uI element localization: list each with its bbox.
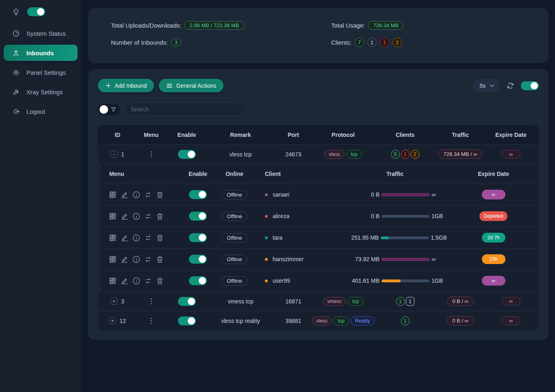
expire-badge: ∞ — [501, 150, 520, 158]
traffic-used: 401.61 MB — [344, 277, 379, 284]
client-count-badge: 1 — [401, 150, 410, 159]
expand-row-button[interactable]: + — [109, 317, 116, 324]
qr-code-icon[interactable] — [108, 277, 117, 285]
client-color-dot — [265, 193, 268, 196]
sidebar-item-panel-settings[interactable]: Panel Settings — [0, 64, 81, 80]
qr-code-icon[interactable] — [108, 255, 117, 264]
traffic-badge: 0 B / ∞ — [447, 297, 474, 306]
reset-traffic-icon[interactable] — [144, 191, 152, 199]
add-inbound-button[interactable]: Add Inbound — [98, 79, 154, 92]
dark-theme-toggle[interactable] — [27, 7, 45, 16]
info-icon[interactable] — [132, 234, 141, 242]
inbound-remark: vmess tcp — [208, 298, 273, 305]
reset-traffic-icon[interactable] — [144, 255, 152, 264]
expire-badge: ∞ — [482, 190, 505, 199]
client-name: user99 — [273, 277, 290, 284]
inbound-remark: vless tcp reality — [208, 318, 273, 324]
sidebar-item-logout[interactable]: Logout — [0, 103, 81, 119]
depleted-filter-toggle[interactable] — [98, 104, 120, 115]
traffic-badge: 726.34 MB / ∞ — [438, 149, 483, 159]
traffic-used: 73.92 MB — [344, 256, 379, 262]
edit-icon[interactable] — [120, 212, 129, 221]
online-status-badge: Offline — [221, 233, 247, 243]
sidebar-item-inbounds[interactable]: Inbounds — [4, 45, 78, 61]
sidebar-item-label: Xray Settings — [26, 89, 63, 95]
trash-icon[interactable] — [156, 277, 164, 285]
trash-icon[interactable] — [156, 255, 164, 264]
trash-icon[interactable] — [156, 234, 164, 242]
sidebar-item-label: Logout — [26, 108, 45, 115]
collapse-row-button[interactable]: - — [111, 151, 117, 158]
trash-icon[interactable] — [156, 212, 164, 221]
info-icon[interactable] — [132, 277, 141, 285]
client-color-dot — [265, 236, 268, 239]
expire-badge: 2d 7h — [482, 233, 505, 243]
general-actions-button[interactable]: General Actions — [159, 79, 223, 92]
sidebar-item-label: System Status — [26, 30, 66, 37]
inbound-id: 12 — [119, 318, 126, 324]
traffic-bar — [382, 215, 429, 218]
row-menu-button[interactable]: ⋮ — [148, 316, 155, 325]
wrench-icon — [12, 88, 20, 96]
sidebar-item-xray-settings[interactable]: Xray Settings — [0, 84, 81, 100]
trash-icon[interactable] — [156, 191, 164, 199]
inbounds-panel: Add Inbound General Actions 5s — [88, 69, 548, 340]
col-port: Port — [273, 132, 314, 138]
reset-traffic-icon[interactable] — [144, 212, 152, 221]
client-enable-toggle[interactable] — [189, 255, 207, 264]
col-expire: Expire Date — [483, 132, 539, 138]
traffic-used: 0 B — [344, 213, 379, 219]
edit-icon[interactable] — [120, 277, 129, 285]
traffic-used: 251.95 MB — [343, 234, 379, 241]
info-icon[interactable] — [132, 255, 141, 264]
edit-icon[interactable] — [120, 234, 129, 242]
refresh-interval-select[interactable]: 5s — [473, 79, 500, 92]
traffic-limit: 1GB — [431, 277, 446, 284]
refresh-icon — [506, 82, 514, 90]
client-name: sanaei — [273, 191, 289, 198]
info-icon[interactable] — [132, 212, 141, 221]
edit-icon[interactable] — [120, 255, 129, 264]
client-count-badge: 2 — [411, 150, 419, 159]
qr-code-icon[interactable] — [108, 212, 117, 221]
online-status-badge: Offline — [221, 276, 247, 286]
client-enable-toggle[interactable] — [189, 212, 207, 221]
traffic-used: 0 B — [344, 191, 379, 198]
search-input[interactable] — [124, 102, 246, 116]
uploads-label: Total Uploads/Downloads: — [111, 22, 181, 29]
traffic-limit: 1GB — [431, 213, 446, 219]
sidebar-item-label: Inbounds — [26, 50, 54, 56]
inbound-id: 3 — [121, 298, 124, 305]
expire-badge: ∞ — [482, 276, 505, 286]
col-online: Online — [216, 171, 253, 177]
reset-traffic-icon[interactable] — [144, 277, 152, 285]
reset-traffic-icon[interactable] — [144, 234, 152, 242]
qr-code-icon[interactable] — [108, 234, 117, 242]
edit-icon[interactable] — [120, 191, 129, 199]
inbound-port: 16871 — [273, 298, 314, 305]
traffic-bar — [382, 193, 429, 196]
plus-icon — [105, 82, 111, 89]
inbound-row: + 3 ⋮ vmess tcp 16871 vmess tcp 1 1 0 B … — [98, 291, 539, 311]
expire-badge: ∞ — [501, 316, 520, 325]
user-icon — [12, 49, 20, 57]
qr-code-icon[interactable] — [108, 191, 117, 199]
inbound-enable-toggle[interactable] — [178, 297, 196, 306]
sidebar-item-system-status[interactable]: System Status — [0, 25, 81, 41]
client-enable-toggle[interactable] — [189, 233, 207, 242]
auto-refresh-toggle[interactable] — [521, 81, 539, 90]
client-enable-toggle[interactable] — [189, 276, 207, 285]
col-enable: Enable — [165, 132, 208, 138]
inbound-enable-toggle[interactable] — [178, 150, 196, 159]
row-menu-button[interactable]: ⋮ — [148, 297, 155, 305]
row-menu-button[interactable]: ⋮ — [148, 150, 155, 158]
online-status-badge: Offline — [221, 190, 247, 199]
protocol-badge: Reality — [351, 316, 375, 325]
info-icon[interactable] — [132, 191, 141, 199]
dashboard-icon — [12, 30, 20, 37]
inbound-enable-toggle[interactable] — [178, 316, 196, 325]
refresh-button[interactable] — [506, 82, 514, 90]
client-enable-toggle[interactable] — [189, 190, 207, 199]
client-name: hanszimmer — [273, 256, 304, 262]
expand-row-button[interactable]: + — [111, 298, 117, 305]
